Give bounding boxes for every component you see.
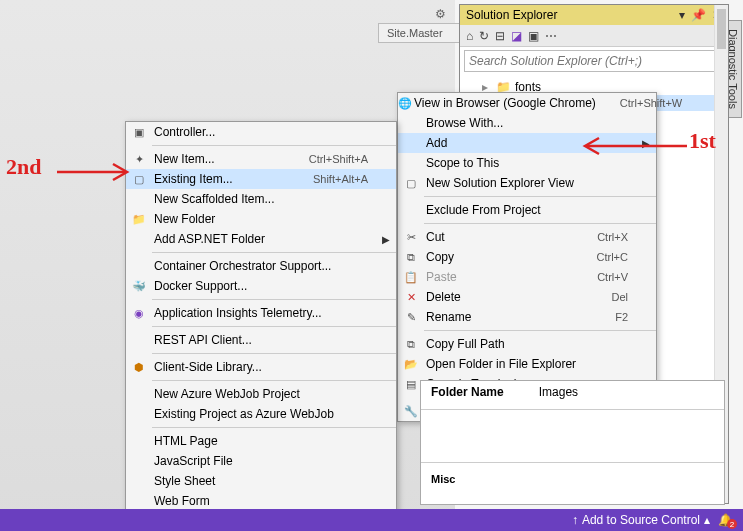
- menu-rest-api-client[interactable]: REST API Client...: [126, 330, 396, 350]
- menu-html-page[interactable]: HTML Page: [126, 431, 396, 451]
- refresh-icon[interactable]: ↻: [479, 29, 489, 43]
- menu-exclude-from-project[interactable]: Exclude From Project: [398, 200, 656, 220]
- chevron-right-icon: ▶: [642, 138, 650, 149]
- add-to-source-control[interactable]: ↑ Add to Source Control ▴: [572, 513, 710, 527]
- copy-icon: ⧉: [398, 251, 424, 264]
- browser-icon: 🌐: [398, 97, 412, 110]
- delete-icon: ✕: [398, 291, 424, 304]
- menu-container-orch[interactable]: Container Orchestrator Support...: [126, 256, 396, 276]
- paste-icon: 📋: [398, 271, 424, 284]
- context-menu-project: 🌐View in Browser (Google Chrome)Ctrl+Shi…: [397, 92, 657, 422]
- separator: [152, 252, 396, 253]
- menu-copy-full-path[interactable]: ⧉Copy Full Path: [398, 334, 656, 354]
- properties-icon[interactable]: ◪: [511, 29, 522, 43]
- menu-open-folder[interactable]: 📂Open Folder in File Explorer: [398, 354, 656, 374]
- menu-new-folder[interactable]: 📁New Folder: [126, 209, 396, 229]
- menu-controller[interactable]: ▣Controller...: [126, 122, 396, 142]
- window-icon: ▢: [398, 177, 424, 190]
- menu-existing-item[interactable]: ▢Existing Item...Shift+Alt+A: [126, 169, 396, 189]
- menu-view-in-browser[interactable]: 🌐View in Browser (Google Chrome)Ctrl+Shi…: [398, 93, 656, 113]
- properties-row-folder-name: Folder Name Images: [421, 381, 724, 403]
- menu-add[interactable]: Add▶: [398, 133, 656, 153]
- scrollbar-thumb[interactable]: [717, 9, 726, 49]
- collapse-icon[interactable]: ⊟: [495, 29, 505, 43]
- solution-explorer-title: Solution Explorer: [466, 8, 557, 22]
- show-all-icon[interactable]: ▣: [528, 29, 539, 43]
- property-name: Folder Name: [431, 385, 504, 399]
- menu-js-file[interactable]: JavaScript File: [126, 451, 396, 471]
- menu-new-webjob[interactable]: New Azure WebJob Project: [126, 384, 396, 404]
- menu-new-item[interactable]: ✦New Item...Ctrl+Shift+A: [126, 149, 396, 169]
- notifications-icon[interactable]: 🔔2: [718, 513, 733, 527]
- chevron-up-icon: ▴: [704, 513, 710, 527]
- document-tab-site-master[interactable]: Site.Master: [378, 23, 462, 43]
- separator: [424, 330, 656, 331]
- menu-new-solution-view[interactable]: ▢New Solution Explorer View: [398, 173, 656, 193]
- menu-add-asp-folder[interactable]: Add ASP.NET Folder▶: [126, 229, 396, 249]
- menu-client-side-lib[interactable]: ⬢Client-Side Library...: [126, 357, 396, 377]
- separator: [152, 353, 396, 354]
- docker-icon: 🐳: [126, 280, 152, 293]
- properties-panel: Folder Name Images Misc: [420, 380, 725, 505]
- status-bar: ↑ Add to Source Control ▴ 🔔2: [0, 509, 743, 531]
- property-category-misc: Misc: [421, 469, 724, 489]
- new-item-icon: ✦: [126, 153, 152, 166]
- insights-icon: ◉: [126, 307, 152, 320]
- menu-style-sheet[interactable]: Style Sheet: [126, 471, 396, 491]
- context-menu-add: ▣Controller... ✦New Item...Ctrl+Shift+A …: [125, 121, 397, 531]
- dropdown-icon[interactable]: ▾: [679, 8, 685, 22]
- solution-search-input[interactable]: [464, 50, 719, 72]
- solution-explorer-toolbar: ⌂ ↻ ⊟ ◪ ▣ ⋯: [460, 25, 728, 47]
- separator: [424, 196, 656, 197]
- menu-rename[interactable]: ✎RenameF2: [398, 307, 656, 327]
- library-icon: ⬢: [126, 361, 152, 374]
- home-icon[interactable]: ⌂: [466, 29, 473, 43]
- menu-app-insights[interactable]: ◉Application Insights Telemetry...: [126, 303, 396, 323]
- pin-icon[interactable]: 📌: [691, 8, 706, 22]
- chevron-right-icon: ▶: [382, 234, 390, 245]
- separator: [424, 223, 656, 224]
- toolbar-more-icon[interactable]: ⋯: [545, 29, 557, 43]
- notification-badge: 2: [727, 519, 737, 529]
- menu-copy[interactable]: ⧉CopyCtrl+C: [398, 247, 656, 267]
- menu-existing-webjob[interactable]: Existing Project as Azure WebJob: [126, 404, 396, 424]
- solution-explorer-title-bar: Solution Explorer ▾ 📌 ✕: [460, 5, 728, 25]
- rename-icon: ✎: [398, 311, 424, 324]
- cut-icon: ✂: [398, 231, 424, 244]
- separator: [152, 380, 396, 381]
- add-source-control-label: Add to Source Control: [582, 513, 700, 527]
- separator: [421, 409, 724, 410]
- existing-item-icon: ▢: [126, 173, 152, 186]
- separator: [152, 299, 396, 300]
- menu-browse-with[interactable]: Browse With...: [398, 113, 656, 133]
- menu-scope-to-this[interactable]: Scope to This: [398, 153, 656, 173]
- menu-cut[interactable]: ✂CutCtrl+X: [398, 227, 656, 247]
- folder-open-icon: 📂: [398, 358, 424, 371]
- plus-icon: ↑: [572, 513, 578, 527]
- new-folder-icon: 📁: [126, 213, 152, 226]
- solution-search: [464, 50, 724, 72]
- separator: [152, 145, 396, 146]
- menu-web-form[interactable]: Web Form: [126, 491, 396, 511]
- separator: [421, 462, 724, 463]
- separator: [152, 427, 396, 428]
- menu-docker-support[interactable]: 🐳Docker Support...: [126, 276, 396, 296]
- menu-delete[interactable]: ✕DeleteDel: [398, 287, 656, 307]
- menu-paste: 📋PasteCtrl+V: [398, 267, 656, 287]
- gear-icon[interactable]: ⚙: [435, 7, 446, 21]
- menu-new-scaffolded[interactable]: New Scaffolded Item...: [126, 189, 396, 209]
- controller-icon: ▣: [126, 126, 152, 139]
- copy-path-icon: ⧉: [398, 338, 424, 351]
- property-value: Images: [539, 385, 578, 399]
- separator: [152, 326, 396, 327]
